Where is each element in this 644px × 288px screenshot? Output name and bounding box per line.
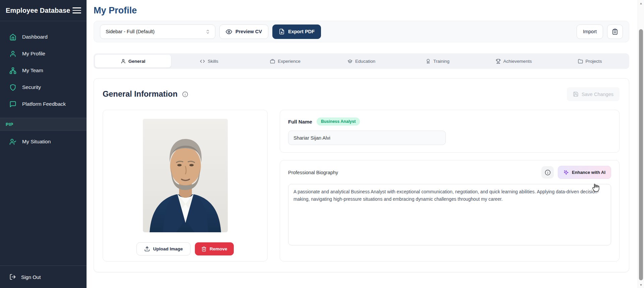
sidebar-item-label: My Situation	[22, 139, 51, 145]
full-name-label: Full Name	[288, 119, 312, 125]
enhance-with-ai-button[interactable]: Enhance with AI	[558, 166, 611, 179]
tab-label: General	[128, 59, 145, 64]
preview-cv-button[interactable]: Preview CV	[219, 25, 268, 39]
main-content: My Profile Sidebar - Full (Default) Prev…	[87, 0, 644, 288]
upload-image-button[interactable]: Upload Image	[137, 242, 191, 255]
file-download-icon	[279, 29, 285, 35]
sidebar-item-label: My Team	[22, 67, 43, 74]
sidebar-item-label: Platform Feedback	[22, 101, 66, 107]
import-label: Import	[583, 29, 597, 34]
sidebar-header: Employee Database	[0, 0, 87, 21]
page-scrollbar[interactable]: ▲ ▼	[638, 0, 644, 288]
menu-toggle-icon[interactable]	[72, 6, 81, 15]
shield-icon	[9, 84, 16, 91]
profile-photo	[143, 119, 228, 232]
biography-card: Professional Biography Enhance with AI	[280, 160, 620, 261]
user-check-icon	[9, 138, 16, 145]
remove-label: Remove	[210, 246, 227, 251]
home-icon	[9, 34, 16, 41]
full-name-card: Full Name Business Analyst	[280, 110, 620, 153]
sidebar-item-my-team[interactable]: My Team	[0, 62, 87, 79]
sign-out-button[interactable]: Sign Out	[0, 266, 87, 288]
folder-icon	[578, 59, 583, 64]
briefcase-icon	[270, 59, 275, 64]
tab-label: Skills	[208, 59, 218, 64]
pip-section-label: PIP	[6, 122, 13, 127]
tab-label: Experience	[278, 59, 301, 64]
sign-out-label: Sign Out	[21, 274, 41, 280]
award-icon	[426, 59, 431, 64]
tab-experience[interactable]: Experience	[247, 55, 323, 67]
upload-image-label: Upload Image	[153, 246, 183, 251]
user-icon	[9, 50, 16, 57]
preview-cv-label: Preview CV	[235, 29, 262, 34]
remove-image-button[interactable]: Remove	[195, 242, 234, 255]
log-out-icon	[9, 274, 16, 280]
sidebar-item-platform-feedback[interactable]: Platform Feedback	[0, 96, 87, 112]
trash-icon	[201, 246, 207, 252]
tab-skills[interactable]: Skills	[171, 55, 247, 67]
tab-education[interactable]: Education	[323, 55, 399, 67]
eye-icon	[226, 29, 232, 35]
scrollbar-thumb[interactable]	[639, 29, 643, 280]
layout-select[interactable]: Sidebar - Full (Default)	[100, 25, 215, 39]
tab-label: Training	[433, 59, 449, 64]
chevrons-up-down-icon	[205, 29, 210, 34]
role-badge: Business Analyst	[317, 117, 360, 126]
sidebar-item-label: Security	[22, 84, 41, 90]
profile-photo-card: Upload Image Remove	[103, 110, 268, 261]
biography-info-button[interactable]	[541, 166, 554, 179]
layout-select-value: Sidebar - Full (Default)	[106, 29, 155, 34]
chat-bubble-icon	[9, 101, 16, 108]
biography-label: Professional Biography	[288, 170, 338, 175]
sidebar: Employee Database Dashboard My Profile M…	[0, 0, 87, 288]
section-title: General Information	[103, 90, 177, 99]
sidebar-item-security[interactable]: Security	[0, 79, 87, 96]
sidebar-section-pip: PIP	[0, 118, 87, 131]
trophy-icon	[496, 59, 501, 64]
clipboard-icon	[612, 29, 618, 35]
org-chart-icon	[9, 67, 16, 74]
card-body: Upload Image Remove Full Name Business	[103, 110, 620, 261]
tab-label: Education	[355, 59, 375, 64]
tab-training[interactable]: Training	[399, 55, 476, 67]
tab-general[interactable]: General	[95, 55, 171, 67]
tab-label: Projects	[586, 59, 602, 64]
info-icon[interactable]	[182, 91, 188, 97]
fields-column: Full Name Business Analyst Professional …	[280, 110, 620, 261]
sidebar-item-my-situation[interactable]: My Situation	[0, 133, 87, 150]
enhance-with-ai-label: Enhance with AI	[572, 170, 605, 175]
profile-tabs: General Skills Experience Education Trai…	[94, 53, 629, 69]
export-pdf-button[interactable]: Export PDF	[272, 25, 321, 39]
clipboard-button[interactable]	[607, 25, 623, 39]
profile-toolbar: Sidebar - Full (Default) Preview CV Expo…	[94, 21, 629, 42]
page-title: My Profile	[94, 5, 629, 16]
export-pdf-label: Export PDF	[288, 29, 315, 34]
upload-icon	[144, 246, 150, 252]
biography-textarea[interactable]: A passionate and analytical Business Ana…	[288, 184, 611, 245]
save-icon	[573, 91, 579, 97]
tab-achievements[interactable]: Achievements	[476, 55, 552, 67]
card-header: General Information Save Changes	[103, 87, 620, 101]
sidebar-item-my-profile[interactable]: My Profile	[0, 45, 87, 62]
photo-actions: Upload Image Remove	[137, 242, 233, 255]
sidebar-nav: Dashboard My Profile My Team Security Pl…	[0, 21, 87, 112]
import-button[interactable]: Import	[577, 25, 603, 39]
app-title: Employee Database	[6, 7, 70, 14]
tab-label: Achievements	[503, 59, 532, 64]
scroll-up-icon[interactable]: ▲	[638, 2, 644, 5]
info-icon	[545, 170, 551, 176]
save-changes-label: Save Changes	[582, 92, 613, 97]
code-icon	[200, 59, 205, 64]
sidebar-item-label: My Profile	[22, 51, 45, 57]
tab-projects[interactable]: Projects	[552, 55, 628, 67]
sidebar-item-label: Dashboard	[22, 34, 48, 40]
full-name-input[interactable]	[288, 131, 446, 145]
sparkles-icon	[564, 170, 569, 175]
general-information-card: General Information Save Changes	[94, 78, 629, 272]
scroll-down-icon[interactable]: ▼	[638, 283, 644, 287]
sidebar-item-dashboard[interactable]: Dashboard	[0, 29, 87, 45]
save-changes-button[interactable]: Save Changes	[567, 87, 620, 101]
user-icon	[121, 59, 126, 64]
graduation-cap-icon	[347, 59, 353, 64]
